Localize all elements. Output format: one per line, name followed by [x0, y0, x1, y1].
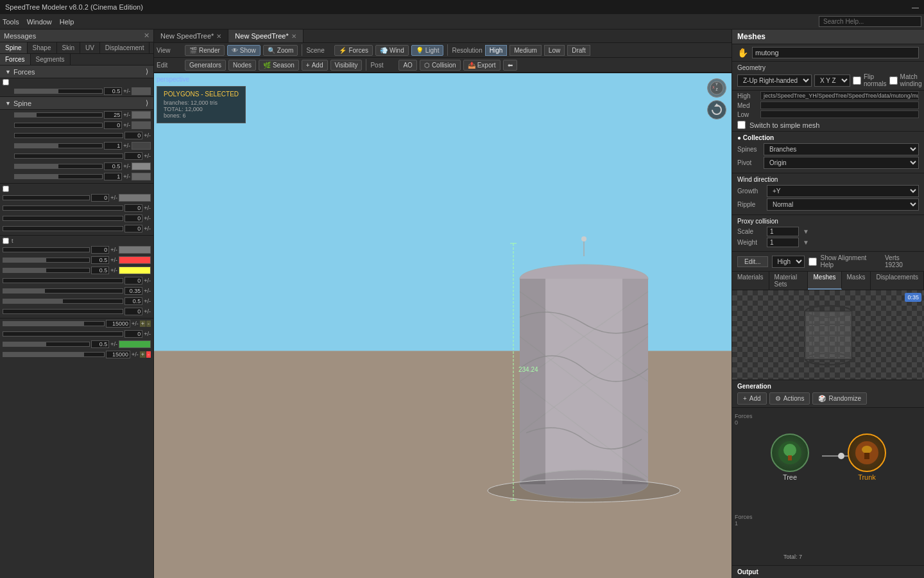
high-path[interactable]: jects/SpeedTree_YH/SpeedTree/SpeedTree/d… — [760, 91, 919, 100]
growth-select[interactable]: +Y — [767, 185, 919, 197]
subtab-forces[interactable]: Forces — [0, 54, 31, 65]
tab-close-2[interactable]: ✕ — [291, 33, 296, 40]
res-high-btn[interactable]: High — [485, 45, 508, 56]
light-btn[interactable]: 💡 Light — [411, 45, 444, 56]
spine-track-4[interactable] — [14, 143, 103, 148]
menu-window[interactable]: Window — [27, 18, 52, 26]
toolbar-area: View 🎬 Render 👁 Show 🔍 Zoom Scene ⚡ F — [154, 43, 732, 73]
ripple-select[interactable]: Normal — [767, 198, 919, 211]
force-checkbox-3[interactable] — [3, 238, 9, 244]
force-checkbox-1[interactable] — [3, 79, 9, 85]
draft-label: Switch to simple mesh — [749, 121, 819, 129]
spine-track-2[interactable] — [14, 123, 103, 128]
weight-input[interactable] — [767, 238, 799, 247]
spine-track-5[interactable] — [14, 153, 123, 159]
right-tab-masks[interactable]: Masks — [842, 272, 871, 290]
titlebar-close[interactable]: — — [912, 3, 919, 11]
tab-spine[interactable]: Spine — [0, 42, 28, 53]
add-gen-btn[interactable]: + Add — [737, 392, 767, 405]
viewport[interactable]: 234.24 perspective POLYGONS - SELECTED b… — [154, 73, 732, 578]
weight-label: Weight — [737, 239, 763, 246]
add-btn[interactable]: + Add — [302, 60, 328, 71]
tab-skin[interactable]: Skin — [57, 42, 80, 53]
color-swatch-s2[interactable] — [132, 121, 151, 129]
generators-btn[interactable]: Generators — [185, 60, 226, 71]
visibility-btn[interactable]: Visibility — [330, 60, 363, 71]
main-tab-2[interactable]: New SpeedTree* ✕ — [228, 30, 303, 42]
spine-track-6[interactable] — [14, 164, 103, 169]
right-tab-meshes[interactable]: Meshes — [808, 272, 841, 290]
geo-xyz-select[interactable]: X Y Z — [814, 74, 850, 87]
messages-header: Messages ✕ — [0, 30, 153, 42]
poly-branches: branches: 12,000 tris — [164, 100, 239, 106]
force-checkbox-2[interactable] — [3, 186, 9, 192]
subtab-segments[interactable]: Segments — [31, 54, 71, 65]
spine-section-header[interactable]: ▼ Spine ⟩ — [0, 96, 153, 110]
nodes-btn[interactable]: Nodes — [228, 60, 256, 71]
collision-btn[interactable]: ⬡ Collision — [420, 60, 461, 71]
mesh-name-input[interactable] — [752, 47, 919, 58]
spine-track-3[interactable] — [14, 133, 123, 138]
spines-select[interactable]: Branches — [764, 143, 919, 155]
vp-nav-rotate[interactable] — [707, 100, 726, 119]
forces-btn[interactable]: ⚡ Forces — [334, 45, 373, 56]
forces-expand[interactable]: ⟩ — [146, 67, 148, 76]
draft-check[interactable] — [737, 121, 746, 129]
tab-displacement[interactable]: Displacement — [100, 42, 150, 53]
right-tab-displacements[interactable]: Displacements — [871, 272, 924, 290]
res-medium-btn[interactable]: Medium — [509, 45, 542, 56]
menu-help[interactable]: Help — [60, 18, 74, 26]
color-swatch-s7[interactable] — [132, 173, 151, 180]
edit-res-select[interactable]: High — [772, 256, 805, 268]
alignment-check[interactable] — [809, 258, 817, 266]
messages-close[interactable]: ✕ — [144, 31, 150, 40]
spine-track-7[interactable] — [14, 174, 103, 179]
tab-close-1[interactable]: ✕ — [216, 33, 221, 40]
edit-button[interactable]: Edit... — [737, 256, 768, 267]
tree-node[interactable]: Tree — [771, 434, 809, 481]
actions-btn[interactable]: ⚙ Actions — [769, 392, 810, 405]
forces-section-header[interactable]: ▼ Forces ⟩ — [0, 66, 153, 78]
scale-arrow[interactable]: ▼ — [803, 228, 809, 235]
tab-uv[interactable]: UV — [80, 42, 100, 53]
zoom-btn[interactable]: 🔍 Zoom — [263, 45, 298, 56]
vp-nav-compass[interactable]: YZX — [707, 78, 726, 98]
trunk-node[interactable]: Trunk — [848, 434, 886, 481]
right-tab-materials[interactable]: Materials — [732, 272, 769, 290]
render-btn[interactable]: 🎬 Render — [185, 45, 225, 56]
pivot-select[interactable]: Origin — [764, 157, 919, 169]
slider-track-1[interactable] — [14, 89, 103, 94]
wind-btn[interactable]: 💨 Wind — [375, 45, 409, 56]
export-btn[interactable]: 📤 Export — [463, 60, 501, 71]
back-btn[interactable]: ⬅ — [503, 60, 517, 71]
right-tab-material-sets[interactable]: Material Sets — [769, 272, 809, 290]
color-swatch-s1[interactable] — [132, 111, 151, 119]
ao-btn[interactable]: AO — [398, 60, 416, 71]
spine-track-1[interactable] — [14, 112, 103, 118]
geo-axis-select[interactable]: Z-Up Right-handed — [737, 74, 812, 87]
color-swatch-s4[interactable] — [132, 142, 151, 150]
tab-shape[interactable]: Shape — [28, 42, 57, 53]
svg-rect-35 — [805, 311, 851, 359]
show-btn[interactable]: 👁 Show — [227, 45, 261, 56]
color-swatch-s6[interactable] — [132, 162, 151, 170]
match-winding-check[interactable] — [889, 76, 898, 85]
scale-input[interactable] — [767, 227, 799, 236]
res-draft-btn[interactable]: Draft — [567, 45, 590, 56]
search-input[interactable] — [819, 16, 921, 27]
render-icon: 🎬 — [189, 47, 197, 54]
med-path[interactable] — [760, 101, 919, 109]
randomize-btn[interactable]: 🎲 Randomize — [812, 392, 867, 405]
res-low-btn[interactable]: Low — [544, 45, 565, 56]
flip-normals-check[interactable] — [853, 76, 861, 85]
menu-tools[interactable]: Tools — [3, 18, 19, 26]
main-tab-1[interactable]: New SpeedTree* ✕ — [154, 30, 228, 42]
slider-spine-4: 1 +/- — [0, 141, 153, 151]
spine-expand[interactable]: ⟩ — [146, 99, 148, 107]
color-swatch-1[interactable] — [132, 87, 151, 95]
low-path[interactable] — [760, 110, 919, 118]
slider-15000-2: 15000 +/- + - — [0, 349, 153, 360]
weight-arrow[interactable]: ▼ — [803, 239, 809, 246]
left-sliders: 0.5 +/- ▼ Spine ⟩ 25 +/- — [0, 78, 153, 578]
season-btn[interactable]: 🌿 Season — [259, 60, 299, 71]
